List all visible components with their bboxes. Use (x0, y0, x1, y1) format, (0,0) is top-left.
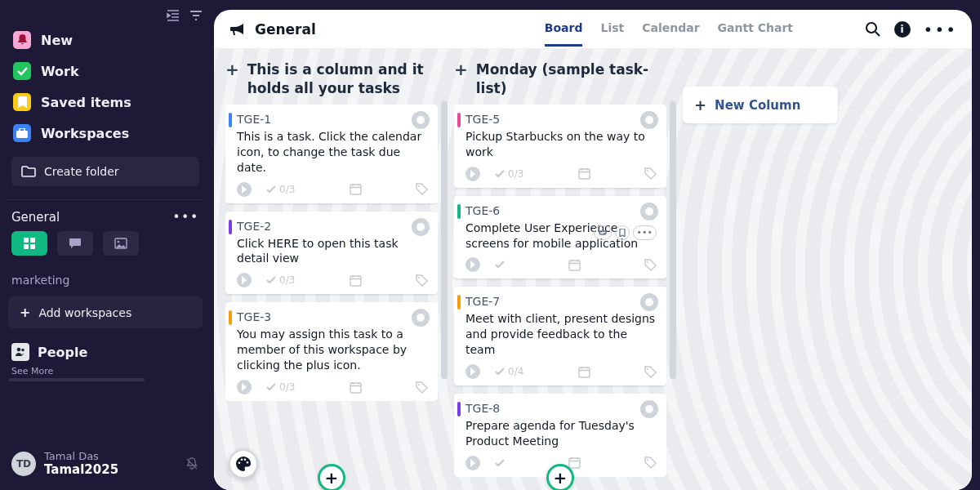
tab-list[interactable]: List (600, 11, 624, 47)
svg-point-9 (866, 23, 876, 33)
calendar-icon[interactable] (578, 167, 590, 180)
bookmark-badge-icon[interactable] (615, 225, 630, 240)
assignee-avatar[interactable] (640, 111, 658, 129)
view-board-icon[interactable] (11, 231, 47, 256)
svg-rect-16 (579, 169, 590, 179)
tab-board[interactable]: Board (545, 11, 583, 47)
column-title: This is a column and it holds all your t… (247, 60, 427, 98)
nav-label: Work (41, 64, 79, 79)
calendar-icon[interactable] (568, 259, 581, 271)
calendar-icon[interactable] (568, 457, 581, 469)
priority-stripe (229, 310, 232, 325)
nav-item-work[interactable]: Work (8, 56, 203, 87)
svg-rect-1 (24, 238, 29, 243)
assignee-avatar[interactable] (640, 203, 658, 220)
view-image-icon[interactable] (103, 231, 139, 256)
task-card[interactable]: ••• TGE-6 Complete User Experience scree… (454, 196, 666, 279)
svg-rect-20 (579, 368, 590, 377)
play-icon[interactable] (466, 257, 480, 272)
svg-rect-4 (30, 244, 35, 249)
mute-icon[interactable] (185, 457, 199, 471)
play-icon[interactable] (237, 182, 252, 197)
marketing-label[interactable]: marketing (8, 269, 203, 292)
tab-gantt-chart[interactable]: Gantt Chart (718, 11, 793, 47)
tag-icon[interactable] (416, 381, 428, 394)
priority-stripe (229, 220, 232, 234)
column-header[interactable]: + This is a column and it holds all your… (225, 60, 438, 98)
check-icon (13, 62, 31, 80)
add-task-icon[interactable]: + (225, 60, 239, 78)
view-chat-icon[interactable] (57, 231, 93, 256)
task-card[interactable]: TGE-3 You may assign this task to a memb… (225, 302, 438, 401)
add-card-button[interactable]: + (318, 464, 345, 490)
column-header[interactable]: + Monday (sample task-list) (454, 60, 666, 98)
people-nav[interactable]: People (8, 338, 203, 366)
plus-icon: + (694, 96, 706, 114)
play-icon[interactable] (237, 380, 252, 394)
subtask-check (495, 261, 505, 269)
scrollbar[interactable] (441, 101, 448, 379)
add-workspaces-button[interactable]: + Add workspaces (8, 296, 203, 328)
tag-icon[interactable] (416, 183, 428, 195)
svg-rect-22 (569, 458, 580, 468)
task-card[interactable]: TGE-5 Pickup Starbucks on the way to wor… (454, 105, 666, 188)
scrollbar[interactable] (670, 101, 676, 379)
play-icon[interactable] (466, 167, 480, 181)
more-icon[interactable]: ••• (172, 210, 199, 225)
calendar-icon[interactable] (578, 366, 590, 378)
add-task-icon[interactable]: + (454, 60, 468, 78)
nav-item-workspaces[interactable]: Workspaces (8, 118, 203, 149)
theme-palette-button[interactable] (229, 449, 258, 479)
task-card[interactable]: TGE-1 This is a task. Click the calendar… (225, 105, 438, 203)
create-folder-button[interactable]: Create folder (11, 157, 199, 186)
assignee-avatar[interactable] (412, 111, 430, 129)
task-description: Prepare agenda for Tuesday's Product Mee… (466, 418, 657, 449)
workspace-group-header[interactable]: General ••• (8, 205, 203, 229)
assignee-avatar[interactable] (640, 293, 658, 311)
nav-item-saved-items[interactable]: Saved items (8, 87, 203, 118)
play-icon[interactable] (237, 273, 252, 287)
svg-point-6 (118, 241, 120, 243)
card-list: TGE-1 This is a task. Click the calendar… (225, 105, 438, 401)
nav-item-new[interactable]: New (8, 24, 203, 56)
nav-label: Workspaces (41, 126, 129, 141)
tag-icon[interactable] (644, 167, 657, 180)
info-icon[interactable]: i (894, 21, 911, 38)
calendar-icon[interactable] (350, 381, 362, 394)
tag-icon[interactable] (644, 366, 657, 378)
new-column-button[interactable]: + New Column (683, 87, 838, 123)
play-icon[interactable] (466, 364, 480, 379)
indent-icon[interactable] (167, 10, 180, 21)
assignee-avatar[interactable] (412, 309, 430, 327)
calendar-icon[interactable] (350, 183, 362, 195)
board-column: + This is a column and it holds all your… (225, 60, 438, 490)
board-title: General (255, 21, 316, 38)
link-icon[interactable] (594, 225, 612, 240)
more-menu-icon[interactable]: ••• (924, 20, 957, 39)
card-more-icon[interactable]: ••• (633, 225, 657, 240)
play-icon[interactable] (466, 456, 480, 470)
tab-calendar[interactable]: Calendar (642, 11, 699, 47)
task-id: TGE-2 (237, 220, 428, 233)
task-card[interactable]: TGE-7 Meet with client, present designs … (454, 287, 666, 385)
see-more-link[interactable]: See More (8, 366, 203, 376)
assignee-avatar[interactable] (640, 400, 658, 418)
add-card-button[interactable]: + (546, 464, 574, 490)
task-id: TGE-7 (466, 295, 657, 308)
search-icon[interactable] (865, 21, 881, 38)
user-block[interactable]: TD Tamal Das Tamal2025 (8, 444, 203, 483)
card-badges: ••• (594, 225, 657, 240)
svg-rect-3 (24, 244, 29, 249)
task-id: TGE-1 (237, 113, 428, 126)
assignee-avatar[interactable] (412, 218, 430, 236)
filter-icon[interactable] (189, 11, 203, 20)
svg-rect-2 (30, 238, 35, 243)
calendar-icon[interactable] (350, 274, 362, 287)
subtask-count: 0/4 (495, 366, 523, 377)
tag-icon[interactable] (416, 274, 428, 287)
task-card[interactable]: TGE-2 Click HERE to open this task detai… (225, 212, 438, 295)
tag-icon[interactable] (644, 457, 657, 469)
tag-icon[interactable] (644, 259, 657, 271)
priority-stripe (457, 402, 461, 416)
task-id: TGE-5 (466, 113, 657, 126)
